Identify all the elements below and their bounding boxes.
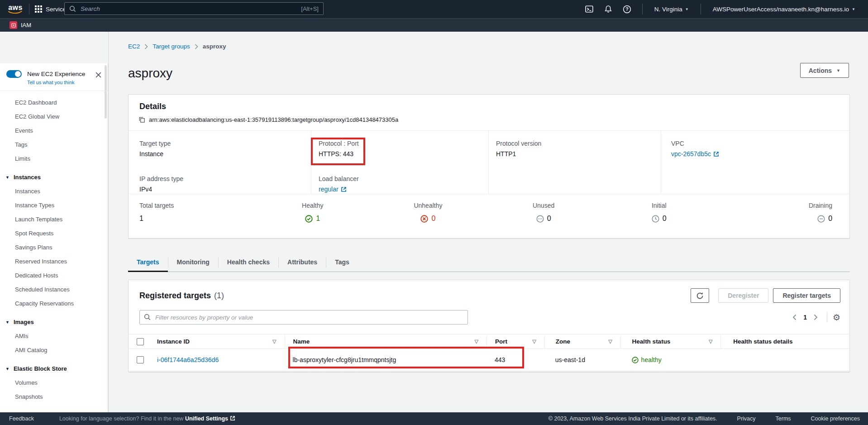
filter-sort-icon[interactable]: ▽ xyxy=(474,339,478,344)
column-header-health-details: Health status details xyxy=(720,334,849,349)
sidebar-item-limits[interactable]: Limits xyxy=(0,152,108,166)
stat-unhealthy: Unhealthy 0 xyxy=(370,194,486,238)
copy-icon xyxy=(138,116,145,123)
registered-targets-heading: Registered targets xyxy=(139,291,211,301)
sidebar-item-ec2-global-view[interactable]: EC2 Global View xyxy=(0,110,108,124)
column-header-instance-id[interactable]: Instance ID ▽ xyxy=(153,334,285,349)
tab-monitoring[interactable]: Monitoring xyxy=(168,252,218,272)
sidebar-item-amis[interactable]: AMIs xyxy=(0,329,108,343)
search-input[interactable] xyxy=(80,5,301,13)
instance-id-link[interactable]: i-06f1744a6a25d36d6 xyxy=(157,356,219,363)
tell-us-link[interactable]: Tell us what you think xyxy=(27,80,101,85)
close-banner-button[interactable] xyxy=(95,72,102,79)
sidebar-item-dedicated-hosts[interactable]: Dedicated Hosts xyxy=(0,268,108,282)
notifications-button[interactable] xyxy=(599,0,618,18)
tab-health-checks[interactable]: Health checks xyxy=(219,252,278,272)
table-header-row: Instance ID ▽ Name ▽ Port ▽ Zone ▽ xyxy=(129,334,849,349)
console-footer: Feedback Looking for language selection?… xyxy=(0,412,868,425)
filter-sort-icon[interactable]: ▽ xyxy=(709,339,712,344)
breadcrumb-target-groups[interactable]: Target groups xyxy=(153,43,190,50)
targets-filter xyxy=(139,310,468,325)
iam-service-icon xyxy=(10,21,17,29)
target-zone-cell: us-east-1d xyxy=(544,349,620,371)
sidebar-item-tags[interactable]: Tags xyxy=(0,138,108,152)
unified-settings-link[interactable]: Unified Settings xyxy=(185,415,228,422)
new-experience-toggle[interactable] xyxy=(6,70,22,78)
sidebar-item-ami-catalog[interactable]: AMI Catalog xyxy=(0,343,108,357)
sidebar-section-ebs[interactable]: ▼ Elastic Block Store xyxy=(0,357,108,376)
sidebar-item-instance-types[interactable]: Instance Types xyxy=(0,198,108,212)
sidebar-item-savings-plans[interactable]: Savings Plans xyxy=(0,240,108,254)
sidebar-item-spot-requests[interactable]: Spot Requests xyxy=(0,226,108,240)
column-header-zone[interactable]: Zone ▽ xyxy=(544,334,620,349)
sidebar-item-instances[interactable]: Instances xyxy=(0,184,108,198)
field-label: Load balancer xyxy=(319,175,488,182)
row-checkbox[interactable] xyxy=(137,356,144,363)
tab-tags[interactable]: Tags xyxy=(326,252,358,272)
section-collapse-icon: ▼ xyxy=(5,175,10,180)
copy-arn-button[interactable] xyxy=(138,116,145,123)
account-label: AWSPowerUserAccess/navaneeth.kn@harness.… xyxy=(713,6,849,13)
sidebar-item-volumes[interactable]: Volumes xyxy=(0,376,108,390)
load-balancer-link[interactable]: regular xyxy=(319,186,347,193)
column-header-port[interactable]: Port ▽ xyxy=(486,334,544,349)
feedback-link[interactable]: Feedback xyxy=(9,415,34,422)
cloudshell-button[interactable] xyxy=(580,0,599,18)
registered-targets-count: (1) xyxy=(214,291,691,301)
select-all-checkbox[interactable] xyxy=(137,338,144,345)
column-header-name[interactable]: Name ▽ xyxy=(285,334,486,349)
stat-total-targets: Total targets 1 xyxy=(129,194,255,238)
sidebar-item-events[interactable]: Events xyxy=(0,124,108,138)
previous-page-button[interactable] xyxy=(789,312,800,323)
global-search-box[interactable]: [Alt+S] xyxy=(64,2,324,15)
stat-label: Healthy xyxy=(302,202,323,209)
target-name-cell: lb-asproxytyler-cfcg8jru1tmmqpntsjtg xyxy=(285,349,486,371)
current-page-number[interactable]: 1 xyxy=(803,314,807,321)
account-menu[interactable]: AWSPowerUserAccess/navaneeth.kn@harness.… xyxy=(706,0,862,18)
help-button[interactable]: ? xyxy=(618,0,637,18)
vpc-link[interactable]: vpc-2657db5c xyxy=(671,150,719,158)
actions-button[interactable]: Actions ▼ xyxy=(800,63,849,78)
field-label: Protocol version xyxy=(496,140,661,147)
column-label: Name xyxy=(293,338,475,345)
field-vpc: VPC vpc-2657db5c xyxy=(661,131,849,166)
refresh-button[interactable] xyxy=(691,288,709,303)
privacy-link[interactable]: Privacy xyxy=(737,415,756,422)
field-label: Protocol : Port xyxy=(319,140,488,147)
register-targets-button[interactable]: Register targets xyxy=(773,288,840,303)
field-ip-address-type: IP address type IPv4 xyxy=(129,166,311,194)
sidebar-section-images[interactable]: ▼ Images xyxy=(0,310,108,329)
sidebar-section-instances[interactable]: ▼ Instances xyxy=(0,166,108,184)
section-title: Instances xyxy=(14,174,41,181)
favorite-iam[interactable]: IAM xyxy=(10,21,31,29)
filter-sort-icon[interactable]: ▽ xyxy=(272,339,276,344)
tab-attributes[interactable]: Attributes xyxy=(279,252,326,272)
field-value: Instance xyxy=(139,150,311,158)
targets-filter-input[interactable] xyxy=(139,310,468,325)
sidebar-item-ec2-dashboard[interactable]: EC2 Dashboard xyxy=(0,96,108,110)
column-label: Zone xyxy=(556,338,608,345)
sidebar-item-reserved-instances[interactable]: Reserved Instances xyxy=(0,254,108,268)
favorite-iam-label: IAM xyxy=(21,22,31,29)
new-experience-banner: New EC2 Experience Tell us what you thin… xyxy=(0,63,108,91)
tab-targets[interactable]: Targets xyxy=(128,252,168,272)
field-protocol-port: Protocol : Port HTTPS: 443 xyxy=(311,131,488,166)
cookie-preferences-link[interactable]: Cookie preferences xyxy=(811,415,860,422)
cloudshell-icon xyxy=(585,5,593,13)
breadcrumb-ec2[interactable]: EC2 xyxy=(128,43,140,50)
filter-sort-icon[interactable]: ▽ xyxy=(532,339,536,344)
next-page-button[interactable] xyxy=(811,312,821,323)
sidebar-item-capacity-reservations[interactable]: Capacity Reservations xyxy=(0,296,108,310)
sidebar-item-snapshots[interactable]: Snapshots xyxy=(0,390,108,404)
aws-logo[interactable]: aws xyxy=(7,5,24,14)
terms-link[interactable]: Terms xyxy=(776,415,791,422)
filter-sort-icon[interactable]: ▽ xyxy=(608,339,612,344)
region-selector[interactable]: N. Virginia ▼ xyxy=(648,0,695,18)
sidebar-item-launch-templates[interactable]: Launch Templates xyxy=(0,212,108,226)
table-settings-button[interactable]: ⚙ xyxy=(833,313,840,322)
column-header-health-status[interactable]: Health status ▽ xyxy=(620,334,721,349)
sidebar-item-scheduled-instances[interactable]: Scheduled Instances xyxy=(0,282,108,296)
banner-title: New EC2 Experience xyxy=(27,71,85,77)
language-settings-note: Looking for language selection? Find it … xyxy=(59,415,235,422)
deregister-button[interactable]: Deregister xyxy=(718,288,768,303)
